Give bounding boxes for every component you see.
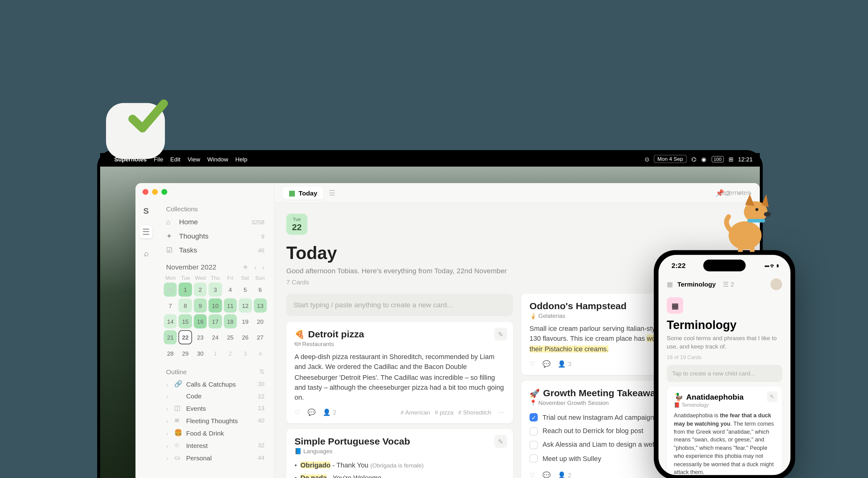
calendar-day[interactable]: 4 (254, 346, 267, 360)
calendar-day[interactable]: 30 (194, 346, 207, 360)
outline-item[interactable]: ›◫Events13 (162, 402, 268, 414)
calendar-brightness-icon[interactable]: ☀ (242, 263, 248, 271)
calendar-day[interactable]: 10 (209, 298, 222, 313)
calendar-day[interactable]: 3 (209, 282, 222, 297)
breadcrumb-today[interactable]: ▦ Today (283, 186, 323, 199)
calendar-day[interactable]: 8 (179, 298, 192, 313)
checkbox[interactable] (529, 441, 538, 449)
calendar-day[interactable]: 18 (223, 314, 237, 329)
calendar-day[interactable]: 3 (239, 346, 252, 360)
calendar-day[interactable]: 9 (194, 298, 207, 313)
card-detroit-pizza[interactable]: ✎ 🍕Detroit pizza 🍽Restaurants A deep-dis… (286, 322, 513, 423)
heart-icon[interactable]: ♡ (529, 471, 535, 478)
calendar-day[interactable]: 6 (254, 282, 267, 297)
sidebar-item-tasks[interactable]: ☑Tasks46 (162, 243, 268, 258)
calendar-day[interactable]: 13 (254, 298, 267, 313)
filter-icon[interactable]: ☰ (329, 189, 335, 197)
calendar-day[interactable]: 22 (179, 330, 192, 344)
outline-item[interactable]: ›🔗Calls & Catchups30 (162, 378, 268, 390)
menu-edit[interactable]: Edit (170, 156, 180, 162)
rail-list-icon[interactable]: ☰ (140, 226, 153, 239)
calendar-day[interactable]: 26 (239, 330, 252, 344)
calendar-day[interactable]: 20 (254, 314, 267, 329)
sidebar-item-home[interactable]: ⌂Home3258 (162, 215, 268, 229)
heart-icon[interactable]: ♡ (294, 409, 300, 416)
outline-item[interactable]: ›🍔Food & Drink (162, 427, 268, 439)
members-icon[interactable]: 👤 3 (558, 360, 571, 368)
menu-help[interactable]: Help (235, 156, 247, 162)
calendar-day[interactable]: 4 (223, 282, 237, 297)
checkbox[interactable] (529, 454, 538, 463)
calendar-day[interactable]: 11 (223, 298, 237, 313)
comment-icon[interactable]: 💬 (542, 360, 551, 368)
calendar-next-icon[interactable]: › (262, 263, 265, 271)
calendar-day[interactable]: 15 (179, 314, 192, 329)
more-icon[interactable]: ⋯ (498, 409, 505, 416)
card-parent[interactable]: Gelaterias (538, 313, 565, 319)
card-parent[interactable]: Terminology (682, 402, 709, 408)
calendar-day[interactable]: 1 (179, 282, 192, 297)
calendar-day[interactable]: 7 (164, 298, 177, 313)
new-card-input[interactable]: Start typing / paste anything to create … (286, 294, 513, 316)
checkbox[interactable] (529, 414, 538, 422)
outline-item[interactable]: ›Code22 (162, 390, 268, 402)
wifi-icon[interactable]: ◉ (701, 156, 707, 162)
menu-view[interactable]: View (188, 156, 200, 162)
card-parent[interactable]: November Growth Session (538, 400, 609, 406)
members-icon[interactable]: 👤 2 (558, 471, 571, 478)
edit-icon[interactable]: ✎ (767, 391, 777, 402)
calendar-day[interactable]: 5 (239, 282, 252, 297)
calendar-day[interactable]: 2 (223, 346, 237, 360)
window-controls[interactable] (143, 189, 167, 195)
calendar-day[interactable]: 25 (223, 330, 237, 344)
calendar-day[interactable]: 21 (164, 330, 177, 344)
rail-logo-icon[interactable]: S (140, 204, 153, 217)
menubar-date[interactable]: Mon 4 Sep (654, 155, 687, 163)
card-portuguese-vocab[interactable]: ✎ Simple Portuguese Vocab 📘Languages •Ob… (286, 430, 513, 478)
card-parent[interactable]: Languages (304, 448, 333, 454)
outline-sort-icon[interactable]: ⇅ (259, 368, 265, 376)
calendar-day[interactable]: 19 (239, 314, 252, 329)
card-parent[interactable]: Restaurants (302, 341, 334, 347)
calendar-day[interactable]: 27 (254, 330, 267, 344)
filter-icon[interactable]: ☰ 2 (723, 280, 734, 288)
calendar-day[interactable]: 29 (179, 346, 192, 360)
back-icon[interactable]: ▦ (667, 280, 673, 288)
battery-icon[interactable]: 100 (711, 156, 724, 162)
outline-item[interactable]: ›▭Personal44 (162, 451, 268, 464)
edit-icon[interactable]: ✎ (494, 435, 507, 448)
comment-icon[interactable]: 💬 (542, 471, 551, 478)
phone-new-card-input[interactable]: Tap to create a new child card... (667, 365, 782, 382)
calendar-day[interactable]: 28 (164, 346, 177, 360)
tag[interactable]: # Shoreditch (458, 409, 491, 416)
comment-icon[interactable]: 💬 (308, 409, 316, 416)
edit-icon[interactable]: ✎ (494, 328, 507, 341)
control-center-icon[interactable]: ⊞ (728, 156, 733, 162)
tag[interactable]: # pizza (435, 409, 453, 416)
menubar-spotlight-icon[interactable]: ⊙ (645, 156, 649, 162)
calendar-day[interactable]: 24 (209, 330, 222, 344)
calendar-day[interactable]: 17 (209, 314, 222, 329)
bluetooth-icon[interactable]: ⌬ (691, 156, 696, 162)
menu-window[interactable]: Window (207, 156, 228, 162)
phone-card-anatidaephobia[interactable]: ✎ 🦆Anatidaephobia 📕 Terminology Anatidae… (667, 387, 782, 475)
members-icon[interactable]: 👤 2 (323, 409, 336, 416)
calendar-day[interactable]: 23 (194, 330, 207, 344)
phone-header-title[interactable]: Terminology (677, 281, 716, 288)
sidebar-item-thoughts[interactable]: ✦Thoughts9 (162, 229, 268, 243)
heart-icon[interactable]: ♡ (529, 360, 535, 368)
calendar-day[interactable]: 1 (209, 346, 222, 360)
tag[interactable]: # American (401, 409, 430, 416)
calendar-grid[interactable]: 3112345678910111213141516171819202122232… (162, 281, 268, 362)
avatar[interactable] (770, 278, 782, 290)
rail-search-icon[interactable]: ⌕ (140, 247, 153, 260)
calendar-day[interactable]: 14 (164, 314, 177, 329)
outline-item[interactable]: ›☆Interest32 (162, 439, 268, 451)
calendar-day[interactable]: 12 (239, 298, 252, 313)
calendar-prev-icon[interactable]: ‹ (254, 263, 256, 271)
outline-item[interactable]: ›≋Fleeting Thoughts40 (162, 414, 268, 427)
checkbox[interactable] (529, 427, 538, 436)
calendar-day[interactable]: 31 (164, 282, 177, 297)
calendar-day[interactable]: 2 (194, 282, 207, 297)
calendar-day[interactable]: 16 (194, 314, 207, 329)
